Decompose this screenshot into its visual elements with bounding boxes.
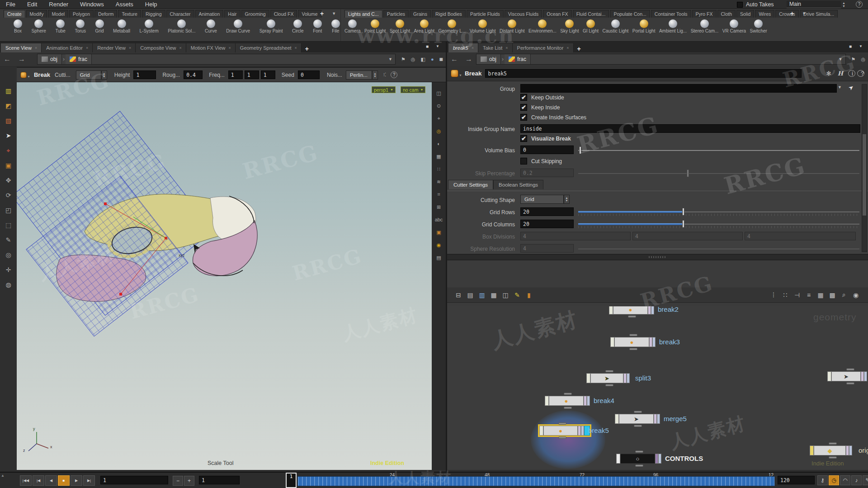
tool-drawcurve[interactable]: Draw Curve <box>226 19 250 33</box>
keep-outside-row[interactable]: ✔Keep Outside <box>520 94 564 101</box>
network-box-icon[interactable]: ▮ <box>523 291 535 299</box>
snap-grid-icon[interactable]: ⊞ <box>433 202 445 212</box>
node-output-connector[interactable] <box>634 425 642 427</box>
node-output-connector[interactable] <box>635 465 643 467</box>
pane-tab[interactable]: Geometry Spreadsheet× <box>236 43 302 52</box>
display-options-icon[interactable]: ▤ <box>433 252 445 263</box>
handles-icon[interactable]: ✛ <box>3 264 14 276</box>
autokey-icon[interactable]: ⚷ <box>817 475 828 485</box>
breadcrumb-frac[interactable]: frac <box>505 54 531 64</box>
pane-tab[interactable]: Performance Monitor× <box>513 43 574 52</box>
edit-tool-icon[interactable]: ✎ <box>3 234 14 246</box>
node-template-flag[interactable] <box>810 446 814 455</box>
tool-gi-light[interactable]: GI Light <box>583 19 599 33</box>
text-overlay-icon[interactable]: abc <box>433 214 445 225</box>
increment-field[interactable]: 1 <box>199 476 240 484</box>
tab-cutter-settings[interactable]: Cutter Settings <box>448 180 493 189</box>
scale-handle[interactable] <box>104 202 107 205</box>
scale-handle[interactable] <box>119 293 122 296</box>
path-dropdown-icon[interactable]: ▼ <box>386 57 395 61</box>
node-list-icon[interactable]: ⊟ <box>453 291 464 299</box>
shelf-tab[interactable]: Populate Con... <box>610 10 650 18</box>
node-body[interactable]: ○ <box>620 454 655 464</box>
node-output-connector[interactable] <box>846 382 854 385</box>
node-lock-flag[interactable] <box>623 373 627 383</box>
sticky-note-icon[interactable]: ✎ <box>511 291 523 299</box>
shelf-tab[interactable]: Rigging <box>142 10 165 18</box>
auto-takes-checkbox[interactable] <box>737 2 743 8</box>
node-body[interactable]: ● <box>549 396 584 406</box>
node-lock-flag[interactable] <box>648 306 651 314</box>
snap-mode-icon[interactable]: ▧ <box>3 115 14 127</box>
shelf-tab[interactable]: Solid <box>736 10 754 18</box>
shelf-tab[interactable]: Create <box>4 10 25 18</box>
gear-icon[interactable]: ✻ <box>823 70 835 77</box>
pane-maximize-icon[interactable]: ■ <box>847 44 854 49</box>
roughness-field[interactable]: 0.4 <box>184 70 203 79</box>
grid-columns-slider[interactable] <box>684 224 859 225</box>
tool-spraypaint[interactable]: Spray Paint <box>259 19 283 33</box>
close-tab-icon[interactable]: × <box>86 46 88 50</box>
close-tab-icon[interactable]: × <box>35 46 37 50</box>
group-display-icon[interactable]: ▣ <box>433 227 445 238</box>
palette-grid-icon[interactable]: ▦ <box>488 291 500 299</box>
node-template-flag[interactable] <box>615 414 619 424</box>
close-tab-icon[interactable]: × <box>566 46 569 50</box>
select-tool-icon[interactable]: ➤ <box>3 130 14 141</box>
playhead[interactable]: 1 <box>286 473 297 488</box>
node-lock-flag[interactable] <box>578 426 581 436</box>
frame-increment-button[interactable]: + <box>184 476 194 486</box>
tool-metaball[interactable]: Metaball <box>113 19 130 33</box>
normals-display-icon[interactable]: ≋ <box>433 176 445 187</box>
shelf-tab[interactable]: Wires <box>755 10 774 18</box>
go-start-button[interactable]: |◀◀ <box>20 475 32 486</box>
new-pane-tab-button[interactable]: + <box>302 45 312 52</box>
pane-menu-icon[interactable]: ▼ <box>857 44 864 48</box>
node-bypass-flag[interactable] <box>651 306 654 314</box>
take-spinner[interactable]: ▲▼ <box>842 1 845 8</box>
node-template-flag[interactable] <box>610 337 614 347</box>
menu-item[interactable]: Render <box>43 0 74 8</box>
pane-maximize-icon[interactable]: ■ <box>424 44 430 49</box>
shelf-overflow-icon[interactable]: ▼ <box>332 11 336 16</box>
no-cam-selector[interactable]: no cam▼ <box>401 86 425 93</box>
group-select-arrow-icon[interactable]: ➤ <box>847 83 855 92</box>
node-output-connector[interactable] <box>605 384 613 386</box>
cutting-shape-spinner[interactable]: ▲▼ <box>564 195 570 204</box>
lasso-select-icon[interactable]: ⌖ <box>3 145 14 156</box>
node-controls[interactable]: ○ CONTROLS <box>616 454 661 464</box>
view-tool-icon[interactable]: ◎ <box>3 249 14 261</box>
grid-snap-icon[interactable]: ▦ <box>815 291 826 299</box>
path-dropdown-icon[interactable]: ▼ <box>836 57 845 61</box>
follow-selection-icon[interactable]: ◎ <box>858 56 868 62</box>
node-merge-right[interactable]: ➤ me <box>827 371 867 381</box>
scale-pivot[interactable] <box>165 237 167 239</box>
node-body[interactable]: ● <box>543 426 578 436</box>
play-reverse-button[interactable]: ◀ <box>45 475 57 486</box>
taskgraph-icon[interactable]: ▥ <box>476 291 488 299</box>
node-lock-flag[interactable] <box>654 414 657 424</box>
volume-bias-handle[interactable] <box>579 146 581 154</box>
tab-boolean-settings[interactable]: Boolean Settings <box>493 180 543 189</box>
grid-columns-slider-fill[interactable] <box>578 223 684 225</box>
node-template-flag[interactable] <box>545 396 549 406</box>
cut-skipping-row[interactable]: Cut Skipping <box>520 158 562 164</box>
camera-view-icon[interactable]: ⊙ <box>433 100 445 111</box>
point-mode-icon[interactable]: ● <box>428 56 437 62</box>
close-tab-icon[interactable]: × <box>472 46 474 50</box>
tool-font[interactable]: Font <box>313 19 322 33</box>
node-bypass-flag[interactable] <box>849 446 852 455</box>
node-lock-flag[interactable] <box>655 454 658 464</box>
grid-columns-handle[interactable] <box>682 220 684 228</box>
nav-forward-icon[interactable]: → <box>462 55 476 63</box>
tool-area-light[interactable]: Area Light <box>414 19 434 33</box>
node-template-flag[interactable] <box>827 371 831 381</box>
noise-dropdown[interactable]: Perlin... <box>346 70 372 80</box>
scene-viewport[interactable]: y x z xyz persp1▼ no cam▼ Scale Tool Ind… <box>17 82 432 470</box>
shelf-tab[interactable]: Modify <box>26 10 47 18</box>
node-menu-icon[interactable]: ▼ <box>459 74 462 77</box>
new-pane-tab-button[interactable]: + <box>574 45 585 52</box>
menu-item[interactable]: Help <box>139 0 163 8</box>
cutting-shape-dropdown[interactable]: Grid <box>520 195 564 204</box>
badge-display-icon[interactable]: ◫ <box>500 291 511 299</box>
